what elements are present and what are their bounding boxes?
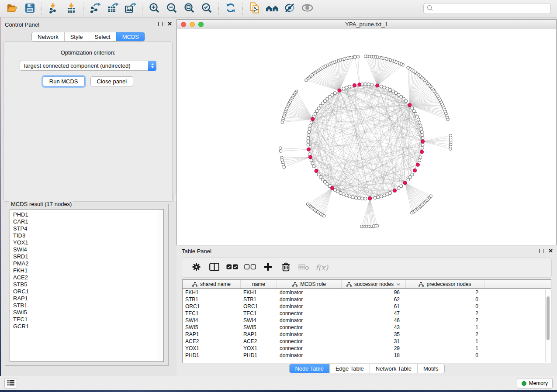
graph-node[interactable] bbox=[308, 131, 311, 134]
graph-node[interactable] bbox=[414, 112, 417, 115]
table-row[interactable]: TEC1TEC1connector472 bbox=[183, 310, 551, 317]
close-traffic-light[interactable] bbox=[181, 22, 186, 27]
mcds-hub-node[interactable] bbox=[376, 84, 379, 87]
graph-node[interactable] bbox=[314, 112, 317, 115]
graph-node[interactable] bbox=[421, 134, 424, 137]
column-header-predecessor-nodes[interactable]: predecessor nodes bbox=[406, 280, 484, 289]
mcds-result-item[interactable]: TEC1 bbox=[13, 316, 163, 323]
graph-node[interactable] bbox=[339, 192, 342, 195]
mcds-result-item[interactable]: PHD1 bbox=[13, 211, 163, 218]
table-vertical-scrollbar[interactable] bbox=[545, 289, 550, 362]
graph-node[interactable] bbox=[331, 93, 334, 96]
mcds-hub-node[interactable] bbox=[416, 163, 419, 166]
mcds-result-item[interactable]: FKH1 bbox=[13, 267, 163, 274]
table-row[interactable]: PHD1PHD1dominator180 bbox=[183, 352, 551, 359]
graph-node[interactable] bbox=[411, 173, 414, 176]
zoom-in-button[interactable] bbox=[145, 2, 163, 16]
graph-node[interactable] bbox=[317, 173, 320, 176]
graph-node[interactable] bbox=[377, 196, 380, 199]
clone-network-button[interactable] bbox=[246, 2, 263, 16]
mcds-hub-node[interactable] bbox=[368, 197, 372, 200]
graph-node[interactable] bbox=[415, 115, 419, 118]
graph-leaf-node[interactable] bbox=[449, 134, 452, 137]
task-history-button[interactable] bbox=[4, 378, 17, 389]
graph-node[interactable] bbox=[311, 162, 314, 165]
graph-leaf-node[interactable] bbox=[429, 195, 432, 197]
control-panel-close-button[interactable]: ✕ bbox=[167, 22, 172, 26]
graph-node[interactable] bbox=[407, 178, 410, 181]
graph-node[interactable] bbox=[328, 95, 331, 98]
graph-node[interactable] bbox=[389, 89, 392, 92]
graph-node[interactable] bbox=[394, 92, 398, 95]
column-header-successor-nodes[interactable]: successor nodes bbox=[342, 280, 406, 289]
mcds-hub-node[interactable] bbox=[307, 148, 311, 151]
scrollbar-thumb[interactable] bbox=[547, 296, 550, 340]
graph-node[interactable] bbox=[345, 194, 348, 197]
graph-node[interactable] bbox=[419, 124, 422, 127]
table-panel-close-button[interactable]: ✕ bbox=[548, 249, 553, 253]
table-tab-node-table[interactable]: Node Table bbox=[289, 364, 329, 373]
graph-node[interactable] bbox=[348, 195, 351, 198]
graph-node[interactable] bbox=[307, 134, 310, 137]
graph-node[interactable] bbox=[409, 175, 412, 179]
zoom-fit-button[interactable] bbox=[180, 2, 198, 16]
graph-node[interactable] bbox=[307, 140, 310, 143]
graph-node[interactable] bbox=[405, 100, 408, 103]
graph-node[interactable] bbox=[383, 194, 386, 197]
graph-node[interactable] bbox=[307, 143, 310, 146]
select-all-button[interactable] bbox=[223, 260, 241, 275]
mcds-hub-node[interactable] bbox=[421, 140, 425, 143]
export-table-button[interactable] bbox=[104, 2, 121, 16]
graph-node[interactable] bbox=[312, 165, 315, 168]
graph-node[interactable] bbox=[420, 127, 423, 130]
graph-leaf-node[interactable] bbox=[356, 55, 359, 58]
graph-node[interactable] bbox=[412, 110, 415, 113]
table-row[interactable]: ORC1ORC1dominator610 bbox=[183, 303, 551, 310]
mcds-hub-node[interactable] bbox=[311, 117, 315, 121]
tab-select[interactable]: Select bbox=[89, 32, 116, 41]
graph-node[interactable] bbox=[417, 118, 420, 121]
list-scrollbar[interactable] bbox=[158, 210, 163, 361]
minimize-traffic-light[interactable] bbox=[190, 22, 195, 27]
graph-node[interactable] bbox=[411, 107, 414, 110]
table-row[interactable]: FKH1FKH1dominator962 bbox=[183, 289, 551, 296]
graph-leaf-node[interactable] bbox=[364, 55, 367, 58]
export-image-button[interactable] bbox=[121, 2, 139, 16]
mcds-hub-node[interactable] bbox=[338, 89, 341, 92]
mcds-result-item[interactable]: STB1 bbox=[13, 302, 163, 309]
save-session-button[interactable] bbox=[21, 2, 38, 16]
graph-leaf-node[interactable] bbox=[279, 147, 282, 149]
hide-graphics-details-button[interactable] bbox=[298, 2, 316, 16]
graph-node[interactable] bbox=[345, 86, 348, 89]
table-row[interactable]: ACE2ACE2connector311 bbox=[183, 338, 551, 345]
graph-node[interactable] bbox=[309, 124, 312, 127]
import-network-button[interactable] bbox=[45, 2, 62, 16]
export-network-button[interactable] bbox=[86, 2, 104, 16]
table-tab-motifs[interactable]: Motifs bbox=[417, 364, 444, 373]
mcds-hub-node[interactable] bbox=[353, 83, 356, 87]
mcds-hub-node[interactable] bbox=[408, 103, 412, 107]
graph-node[interactable] bbox=[364, 197, 367, 200]
graph-node[interactable] bbox=[348, 85, 351, 88]
table-row[interactable]: STB1STB1dominator620 bbox=[183, 296, 551, 303]
add-column-button[interactable] bbox=[259, 260, 277, 275]
graph-node[interactable] bbox=[317, 107, 320, 110]
graph-node[interactable] bbox=[421, 143, 424, 146]
graph-node[interactable] bbox=[420, 131, 423, 134]
graph-node[interactable] bbox=[367, 83, 370, 86]
mcds-hub-node[interactable] bbox=[308, 155, 312, 159]
graph-node[interactable] bbox=[326, 97, 329, 100]
graph-node[interactable] bbox=[342, 87, 345, 90]
zoom-out-button[interactable] bbox=[163, 2, 180, 16]
run-mcds-button[interactable]: Run MCDS bbox=[43, 76, 85, 86]
import-table-button[interactable] bbox=[62, 2, 80, 16]
clear-selection-button[interactable] bbox=[241, 260, 259, 275]
graph-node[interactable] bbox=[326, 182, 329, 186]
graph-node[interactable] bbox=[308, 153, 311, 156]
optimization-criterion-select[interactable]: largest connected component (undirected) bbox=[20, 61, 156, 71]
graph-leaf-node[interactable] bbox=[323, 214, 325, 217]
show-graphics-details-button[interactable] bbox=[281, 2, 298, 16]
graph-node[interactable] bbox=[421, 137, 424, 140]
mcds-result-item[interactable]: CAR1 bbox=[13, 218, 163, 225]
graph-leaf-node[interactable] bbox=[353, 55, 356, 58]
